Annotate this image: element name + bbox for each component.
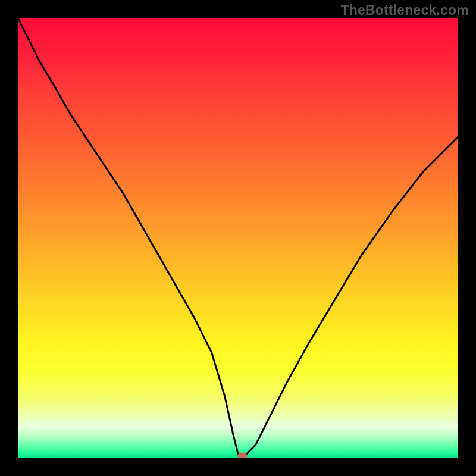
chart-frame: TheBottleneck.com [0,0,476,476]
curve-layer [18,18,458,458]
plot-area [18,18,458,458]
watermark-text: TheBottleneck.com [340,2,469,18]
bottleneck-curve [18,18,458,454]
